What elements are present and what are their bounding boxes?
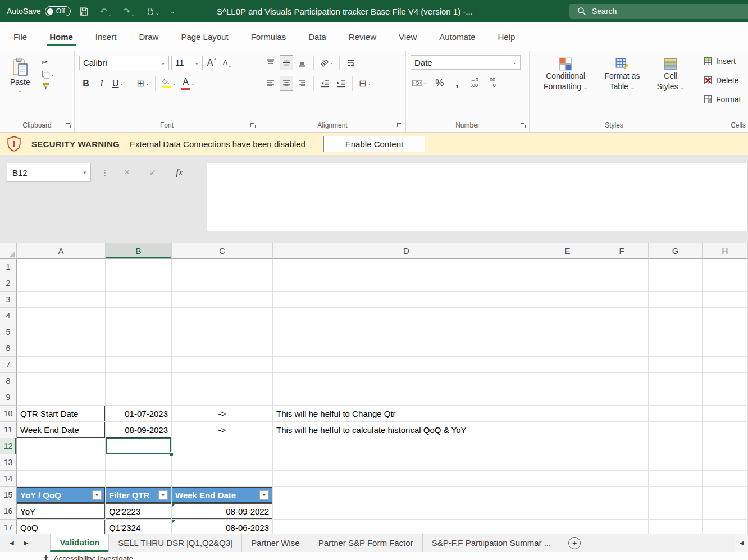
cell-F16[interactable] bbox=[595, 503, 649, 520]
align-bottom-button[interactable] bbox=[295, 55, 309, 70]
security-message-link[interactable]: External Data Connections have been disa… bbox=[130, 139, 305, 149]
italic-button[interactable]: I bbox=[95, 76, 108, 91]
cell-C14[interactable] bbox=[172, 471, 273, 487]
cell-C11[interactable]: -> bbox=[172, 422, 273, 438]
name-box[interactable]: B12 ▾ bbox=[7, 163, 91, 182]
tab-automate[interactable]: Automate bbox=[438, 29, 476, 45]
cell-G6[interactable] bbox=[649, 340, 703, 357]
font-name-dropdown-icon[interactable]: ⌄ bbox=[161, 60, 165, 66]
cell-F11[interactable] bbox=[595, 422, 649, 438]
cell-C8[interactable] bbox=[172, 373, 273, 389]
cell-G2[interactable] bbox=[649, 275, 703, 292]
row-header-10[interactable]: 10 bbox=[0, 406, 17, 422]
cell-E2[interactable] bbox=[540, 275, 595, 292]
decrease-font-size-button[interactable]: A⌄ bbox=[221, 55, 234, 70]
enable-content-button[interactable]: Enable Content bbox=[323, 136, 425, 152]
orientation-button[interactable]: ab⌄ bbox=[318, 55, 335, 70]
align-left-button[interactable] bbox=[264, 76, 277, 91]
cell-E6[interactable] bbox=[540, 340, 595, 357]
comma-style-button[interactable]: , bbox=[450, 75, 464, 90]
tab-file[interactable]: File bbox=[12, 29, 28, 45]
font-size-dropdown-icon[interactable]: ⌄ bbox=[194, 60, 199, 66]
insert-cells-button[interactable]: Insert bbox=[704, 54, 736, 69]
cell-H6[interactable] bbox=[703, 340, 748, 357]
cell-E9[interactable] bbox=[540, 389, 595, 406]
column-header-D[interactable]: D bbox=[273, 243, 540, 259]
increase-indent-button[interactable] bbox=[334, 76, 348, 91]
tab-view[interactable]: View bbox=[398, 29, 418, 45]
cell-G4[interactable] bbox=[649, 308, 703, 324]
tab-home[interactable]: Home bbox=[48, 29, 74, 45]
row-header-14[interactable]: 14 bbox=[0, 471, 17, 487]
cell-B12[interactable] bbox=[106, 438, 172, 454]
cell-C4[interactable] bbox=[172, 308, 273, 324]
cell-B7[interactable] bbox=[106, 357, 172, 373]
cell-H5[interactable] bbox=[703, 324, 748, 340]
cell-C2[interactable] bbox=[172, 275, 273, 292]
cell-F1[interactable] bbox=[595, 259, 649, 275]
borders-button[interactable]: ⊞⌄ bbox=[135, 76, 150, 91]
cell-H11[interactable] bbox=[703, 422, 748, 438]
cell-D2[interactable] bbox=[273, 275, 540, 292]
cell-G15[interactable] bbox=[649, 487, 703, 503]
cell-C5[interactable] bbox=[172, 324, 273, 340]
cell-H16[interactable] bbox=[703, 503, 748, 520]
cell-B2[interactable] bbox=[106, 275, 172, 292]
cell-E4[interactable] bbox=[540, 308, 595, 324]
cell-H15[interactable] bbox=[703, 487, 748, 503]
borders-dropdown-icon[interactable]: ⌄ bbox=[145, 81, 149, 86]
cell-E13[interactable] bbox=[540, 454, 595, 471]
cell-D5[interactable] bbox=[273, 324, 540, 340]
alignment-dialog-launcher[interactable] bbox=[397, 123, 403, 129]
cell-F5[interactable] bbox=[595, 324, 649, 340]
merge-center-button[interactable]: ⊟⌄ bbox=[357, 76, 373, 91]
undo-dropdown-icon[interactable]: ⌄ bbox=[108, 12, 112, 17]
sheet-nav-left-button[interactable]: ◀ bbox=[4, 534, 19, 552]
row-header-8[interactable]: 8 bbox=[0, 373, 17, 389]
cell-F12[interactable] bbox=[595, 438, 649, 454]
row-header-16[interactable]: 16 bbox=[0, 503, 17, 520]
cell-D13[interactable] bbox=[273, 454, 540, 471]
cell-G11[interactable] bbox=[649, 422, 703, 438]
cell-G9[interactable] bbox=[649, 389, 703, 406]
column-header-F[interactable]: F bbox=[595, 243, 649, 259]
sheet-tab-sell-thru-dsr[interactable]: SELL THRU DSR |Q1,Q2&Q3| bbox=[108, 534, 241, 552]
percent-style-button[interactable]: % bbox=[433, 75, 446, 90]
format-cells-button[interactable]: Format bbox=[704, 92, 741, 107]
cell-G16[interactable] bbox=[649, 503, 703, 520]
sheet-tab-validation[interactable]: Validation bbox=[50, 534, 108, 552]
filter-button-icon[interactable]: ▼ bbox=[158, 490, 168, 500]
cell-C16[interactable]: 08-09-2022 bbox=[172, 503, 273, 520]
cell-A4[interactable] bbox=[17, 308, 106, 324]
cell-C9[interactable] bbox=[172, 389, 273, 406]
cell-F9[interactable] bbox=[595, 389, 649, 406]
cut-button[interactable]: ✂ bbox=[40, 57, 56, 67]
filter-button-icon[interactable]: ▼ bbox=[92, 490, 102, 500]
increase-decimal-button[interactable]: ←0.00 bbox=[468, 75, 481, 90]
cell-D16[interactable] bbox=[273, 503, 540, 520]
row-header-17[interactable]: 17 bbox=[0, 520, 17, 534]
row-header-7[interactable]: 7 bbox=[0, 357, 17, 373]
cell-C12[interactable] bbox=[172, 438, 273, 454]
copy-dropdown-icon[interactable]: ⌄ bbox=[51, 72, 54, 77]
cell-H3[interactable] bbox=[703, 292, 748, 308]
cell-F8[interactable] bbox=[595, 373, 649, 389]
align-top-button[interactable] bbox=[264, 55, 277, 70]
cell-G14[interactable] bbox=[649, 471, 703, 487]
touch-mode-dropdown-icon[interactable]: ⌄ bbox=[156, 11, 159, 16]
cell-H8[interactable] bbox=[703, 373, 748, 389]
cell-A8[interactable] bbox=[17, 373, 106, 389]
cell-H4[interactable] bbox=[703, 308, 748, 324]
cancel-button[interactable]: × bbox=[120, 167, 134, 178]
tab-draw[interactable]: Draw bbox=[138, 29, 159, 45]
cell-G1[interactable] bbox=[649, 259, 703, 275]
cell-A6[interactable] bbox=[17, 340, 106, 357]
autosave-pill[interactable]: Off bbox=[45, 6, 71, 16]
cell-F14[interactable] bbox=[595, 471, 649, 487]
cell-B14[interactable] bbox=[106, 471, 172, 487]
cell-H7[interactable] bbox=[703, 357, 748, 373]
cell-D12[interactable] bbox=[273, 438, 540, 454]
column-header-C[interactable]: C bbox=[172, 243, 273, 259]
paste-dropdown-icon[interactable]: ⌄ bbox=[18, 88, 22, 93]
cell-D10[interactable]: This will he helful to Change Qtr bbox=[273, 406, 540, 422]
